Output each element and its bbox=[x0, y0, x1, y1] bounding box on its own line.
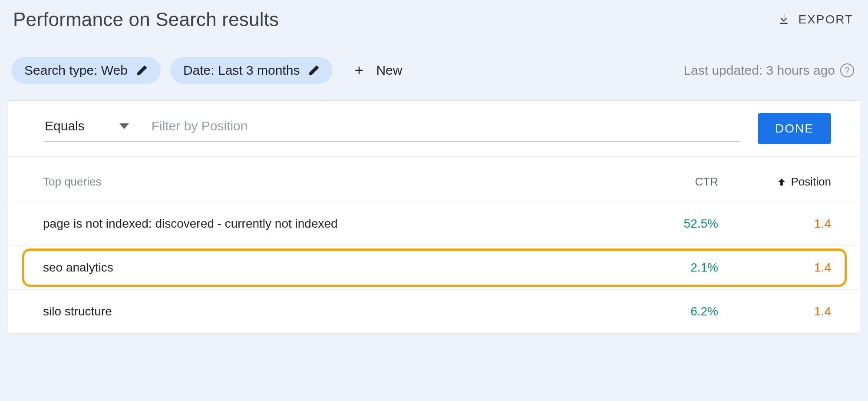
export-button[interactable]: EXPORT bbox=[777, 13, 853, 27]
date-chip[interactable]: Date: Last 3 months bbox=[170, 57, 333, 84]
position-cell: 1.4 bbox=[718, 305, 831, 318]
filter-controls: Equals bbox=[43, 115, 740, 142]
table-row[interactable]: page is not indexed: discovered - curren… bbox=[8, 202, 860, 246]
date-label: Date: Last 3 months bbox=[183, 63, 300, 78]
query-cell: page is not indexed: discovered - curren… bbox=[43, 217, 631, 231]
ctr-cell: 6.2% bbox=[631, 305, 718, 318]
table-header: Top queries CTR Position bbox=[8, 156, 860, 202]
filters-row: Search type: Web Date: Last 3 months New… bbox=[0, 42, 868, 100]
position-cell: 1.4 bbox=[718, 261, 831, 275]
pencil-icon bbox=[136, 65, 148, 76]
operator-dropdown[interactable]: Equals bbox=[43, 115, 131, 137]
table-row[interactable]: silo structure6.2%1.4 bbox=[8, 290, 860, 334]
done-button[interactable]: DONE bbox=[758, 113, 831, 144]
column-header-position[interactable]: Position bbox=[718, 175, 831, 189]
search-type-chip[interactable]: Search type: Web bbox=[11, 57, 161, 84]
last-updated-text: Last updated: 3 hours ago bbox=[683, 63, 835, 78]
filter-bar: Equals DONE bbox=[8, 101, 860, 144]
table-body: page is not indexed: discovered - curren… bbox=[8, 202, 860, 334]
position-cell: 1.4 bbox=[718, 217, 831, 231]
page-header: Performance on Search results EXPORT bbox=[0, 0, 868, 42]
table-row[interactable]: seo analytics2.1%1.4 bbox=[8, 246, 860, 290]
search-type-label: Search type: Web bbox=[24, 63, 128, 78]
operator-label: Equals bbox=[45, 119, 85, 133]
new-label: New bbox=[376, 63, 402, 78]
chevron-down-icon bbox=[119, 123, 129, 129]
query-cell: silo structure bbox=[43, 305, 631, 318]
plus-icon bbox=[353, 64, 366, 77]
page-title: Performance on Search results bbox=[13, 9, 279, 30]
pencil-icon bbox=[308, 65, 320, 76]
help-icon[interactable]: ? bbox=[840, 63, 854, 77]
export-label: EXPORT bbox=[798, 13, 853, 27]
column-header-query[interactable]: Top queries bbox=[43, 175, 631, 189]
ctr-cell: 52.5% bbox=[631, 217, 718, 231]
add-filter-button[interactable]: New bbox=[353, 63, 402, 78]
column-header-ctr[interactable]: CTR bbox=[631, 175, 718, 189]
download-icon bbox=[777, 13, 790, 26]
arrow-up-icon bbox=[776, 177, 787, 187]
query-cell: seo analytics bbox=[43, 261, 631, 275]
position-header-label: Position bbox=[791, 175, 832, 189]
results-card: Equals DONE Top queries CTR Position pag… bbox=[8, 100, 860, 334]
ctr-cell: 2.1% bbox=[631, 261, 718, 275]
last-updated: Last updated: 3 hours ago ? bbox=[683, 63, 854, 78]
position-filter-input[interactable] bbox=[152, 119, 723, 133]
